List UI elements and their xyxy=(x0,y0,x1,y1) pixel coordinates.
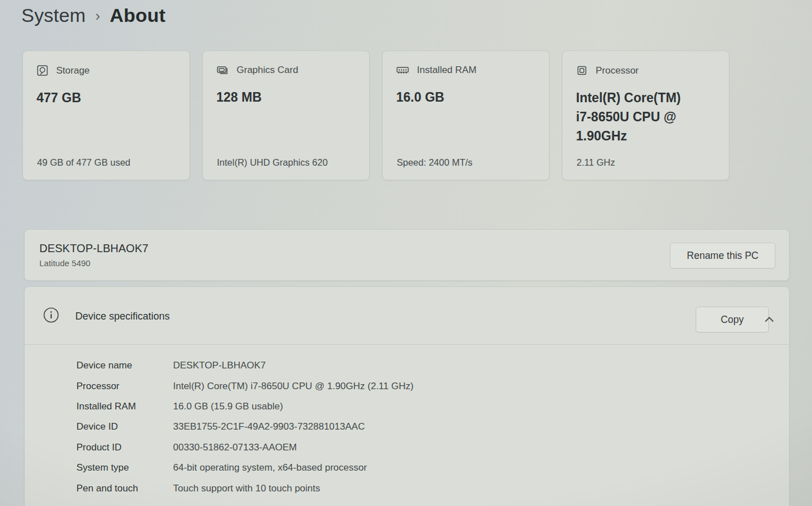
card-value: 128 MB xyxy=(216,88,356,107)
table-row: Pen and touch Touch support with 10 touc… xyxy=(76,478,766,498)
spec-label: System type xyxy=(76,462,173,473)
card-detail: 2.11 GHz xyxy=(577,157,615,168)
card-value: 477 GB xyxy=(37,88,176,107)
spec-value: 00330-51862-07133-AAOEM xyxy=(173,442,297,453)
spec-value: Touch support with 10 touch points xyxy=(173,483,320,494)
table-row: Processor Intel(R) Core(TM) i7-8650U CPU… xyxy=(76,376,766,396)
spec-label: Product ID xyxy=(76,442,173,453)
card-detail: Intel(R) UHD Graphics 620 xyxy=(217,157,328,168)
installed-ram-card: Installed RAM 16.0 GB Speed: 2400 MT/s xyxy=(382,51,550,180)
storage-icon xyxy=(37,65,48,76)
card-detail: Speed: 2400 MT/s xyxy=(397,157,473,168)
storage-card: Storage 477 GB 49 GB of 477 GB used xyxy=(22,51,190,180)
card-detail: 49 GB of 477 GB used xyxy=(37,157,130,168)
chevron-right-icon: › xyxy=(96,6,101,25)
device-model: Latitude 5490 xyxy=(39,258,90,268)
card-title: Installed RAM xyxy=(417,65,477,76)
device-name-card: DESKTOP-LBHAOK7 Latitude 5490 Rename thi… xyxy=(24,229,790,281)
processor-icon xyxy=(576,65,588,76)
table-row: Installed RAM 16.0 GB (15.9 GB usable) xyxy=(76,396,766,417)
graphics-card-icon xyxy=(216,65,229,76)
spec-value: 16.0 GB (15.9 GB usable) xyxy=(173,401,283,412)
copy-button[interactable]: Copy xyxy=(696,307,769,332)
card-title: Processor xyxy=(596,65,639,76)
table-row: System type 64-bit operating system, x64… xyxy=(76,458,766,478)
table-row: Product ID 00330-51862-07133-AAOEM xyxy=(76,437,766,458)
section-title: Device specifications xyxy=(75,311,170,322)
spec-label: Device name xyxy=(76,360,173,371)
spec-value: DESKTOP-LBHAOK7 xyxy=(173,360,266,371)
graphics-card-card: Graphics Card 128 MB Intel(R) UHD Graphi… xyxy=(202,51,370,180)
table-row: Device ID 33EB1755-2C1F-49A2-9903-732881… xyxy=(76,417,766,437)
ram-icon xyxy=(396,65,409,75)
device-name: DESKTOP-LBHAOK7 xyxy=(39,242,148,255)
spec-label: Pen and touch xyxy=(76,483,173,494)
table-row: Device name DESKTOP-LBHAOK7 xyxy=(76,355,766,376)
spec-value: Intel(R) Core(TM) i7-8650U CPU @ 1.90GHz… xyxy=(173,381,414,392)
spec-label: Device ID xyxy=(76,421,173,432)
spec-value: 64-bit operating system, x64-based proce… xyxy=(173,462,367,473)
card-title: Storage xyxy=(56,65,90,76)
chevron-up-icon[interactable] xyxy=(759,309,780,330)
info-icon xyxy=(43,307,60,326)
spec-value: 33EB1755-2C1F-49A2-9903-732881013AAC xyxy=(173,421,365,432)
card-value: 16.0 GB xyxy=(396,88,536,107)
page-title: About xyxy=(110,4,165,26)
card-value: Intel(R) Core(TM) i7-8650U CPU @ 1.90GHz xyxy=(576,88,695,145)
spec-label: Processor xyxy=(76,381,173,392)
divider xyxy=(25,344,789,345)
spec-label: Installed RAM xyxy=(76,401,173,412)
rename-pc-button[interactable]: Rename this PC xyxy=(670,243,775,268)
device-specifications-card: Device specifications Copy Device name D… xyxy=(24,286,790,506)
card-title: Graphics Card xyxy=(237,65,298,76)
spec-rows: Device name DESKTOP-LBHAOK7 Processor In… xyxy=(76,355,766,499)
processor-card: Processor Intel(R) Core(TM) i7-8650U CPU… xyxy=(562,51,729,180)
device-specifications-header[interactable]: Device specifications Copy xyxy=(25,287,789,344)
breadcrumb-system-link[interactable]: System xyxy=(21,4,86,26)
breadcrumb: System › About xyxy=(21,4,165,26)
